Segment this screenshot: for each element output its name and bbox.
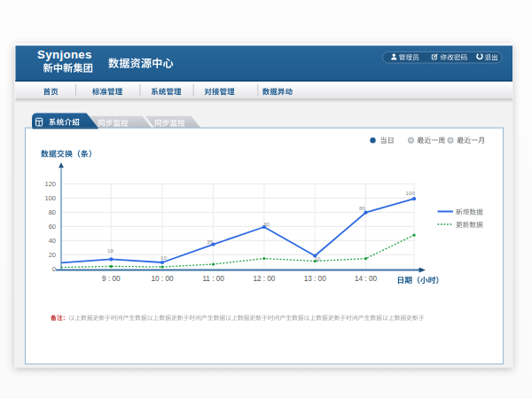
- svg-text:12 : 00: 12 : 00: [253, 275, 275, 283]
- svg-text:13 : 00: 13 : 00: [304, 275, 326, 283]
- svg-text:10: 10: [160, 254, 167, 261]
- svg-text:100: 100: [44, 194, 56, 202]
- svg-text:60: 60: [49, 223, 56, 231]
- svg-text:10: 10: [314, 255, 320, 262]
- svg-text:9 : 00: 9 : 00: [102, 275, 121, 283]
- svg-text:18: 18: [107, 247, 113, 254]
- svg-text:80: 80: [359, 205, 365, 211]
- svg-text:80: 80: [49, 208, 56, 216]
- svg-text:20: 20: [49, 251, 56, 259]
- svg-text:35: 35: [207, 239, 213, 245]
- svg-text:Synjones: Synjones: [37, 48, 92, 61]
- svg-text:40: 40: [49, 237, 56, 245]
- svg-text:60: 60: [263, 221, 270, 227]
- svg-text:10 : 00: 10 : 00: [151, 275, 173, 283]
- svg-text:11 : 00: 11 : 00: [202, 275, 224, 283]
- svg-text:100: 100: [406, 190, 416, 196]
- svg-text:14 : 00: 14 : 00: [355, 275, 377, 283]
- svg-text:120: 120: [44, 180, 56, 188]
- svg-text:0: 0: [52, 265, 56, 273]
